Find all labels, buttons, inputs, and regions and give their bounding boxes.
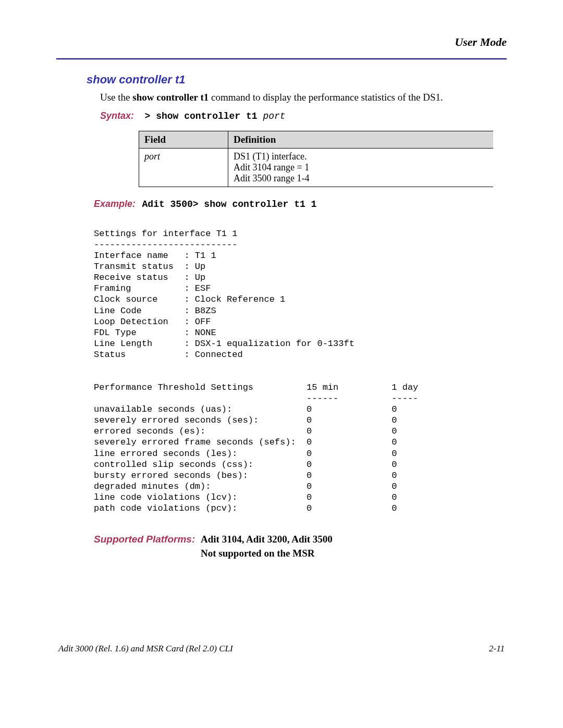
param-header-field: Field — [139, 131, 228, 149]
intro-prefix: Use the — [100, 92, 132, 103]
supported-line1: Adit 3104, Adit 3200, Adit 3500 — [201, 534, 333, 545]
syntax-label: Syntax: — [100, 110, 134, 121]
param-header-definition: Definition — [228, 131, 494, 149]
intro-command: show controller t1 — [132, 92, 209, 103]
param-definition: DS1 (T1) interface. Adit 3104 range = 1 … — [228, 149, 494, 187]
supported-label: Supported Platforms: — [94, 534, 195, 545]
example-text: Adit 3500> show controller t1 1 — [142, 199, 317, 209]
def-line: Adit 3500 range 1-4 — [234, 173, 309, 183]
def-line: DS1 (T1) interface. — [234, 151, 307, 162]
syntax-prompt: > — [145, 111, 156, 121]
example-row: Example: Adit 3500> show controller t1 1 — [94, 199, 507, 209]
cli-output: Settings for interface T1 1 ------------… — [94, 228, 507, 514]
intro-text: Use the show controller t1 command to di… — [100, 92, 507, 103]
syntax-row: Syntax: > show controller t1 port — [100, 110, 507, 121]
example-label: Example: — [94, 199, 136, 209]
command-title: show controller t1 — [87, 73, 507, 87]
header-section: User Mode — [56, 35, 507, 49]
header-rule — [56, 58, 507, 59]
footer-right: 2-11 — [489, 644, 505, 654]
footer-left: Adit 3000 (Rel. 1.6) and MSR Card (Rel 2… — [58, 644, 233, 654]
syntax-command: show controller t1 — [156, 111, 263, 121]
param-header-row: Field Definition — [139, 131, 494, 149]
table-row: port DS1 (T1) interface. Adit 3104 range… — [139, 149, 494, 187]
syntax-arg: port — [263, 111, 285, 121]
supported-platforms: Supported Platforms: Adit 3104, Adit 320… — [94, 533, 507, 560]
supported-line2: Not supported on the MSR — [201, 548, 315, 559]
page: User Mode show controller t1 Use the sho… — [0, 0, 563, 675]
param-field: port — [139, 149, 228, 187]
intro-suffix: command to display the performance stati… — [209, 92, 443, 103]
footer: Adit 3000 (Rel. 1.6) and MSR Card (Rel 2… — [56, 644, 507, 654]
param-table: Field Definition port DS1 (T1) interface… — [139, 131, 493, 187]
def-line: Adit 3104 range = 1 — [234, 162, 309, 172]
content: show controller t1 Use the show controll… — [87, 73, 507, 560]
